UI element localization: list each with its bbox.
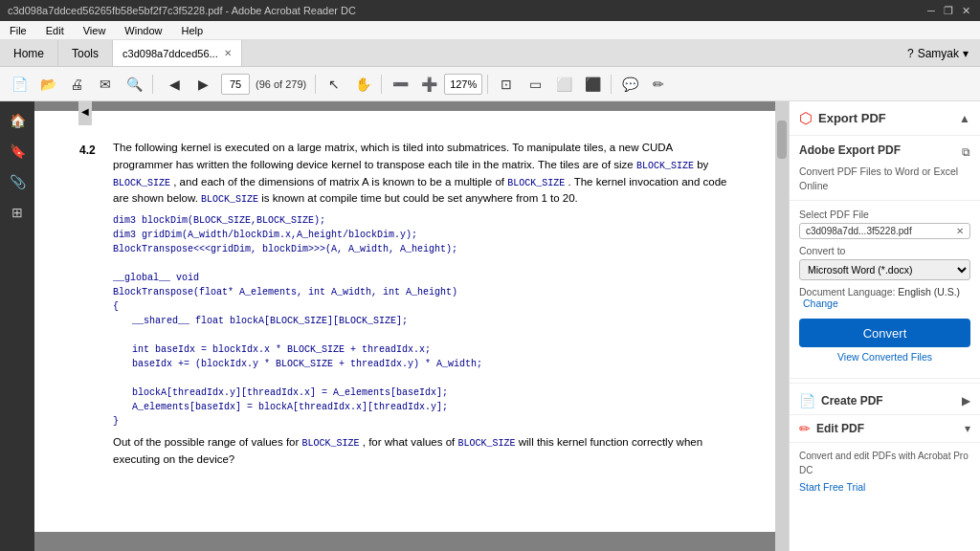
toolbar-cursor-btn[interactable]: ↖: [321, 71, 347, 98]
tab-doc-label: c3d098a7ddced56...: [122, 48, 218, 59]
toolbar: 📄 📂 🖨 ✉ 🔍 ◀ ▶ (96 of 279) ↖ ✋ ➖ ➕ ⊡ ▭ ⬜ …: [0, 67, 980, 101]
change-language-link[interactable]: Change: [803, 298, 838, 309]
title-bar-controls: ─ ❐ ✕: [924, 4, 972, 17]
sidebar-attachment-btn[interactable]: 📎: [4, 168, 31, 195]
sidebar-layers-btn[interactable]: ⊞: [4, 199, 31, 226]
toolbar-cont-btn[interactable]: ⬜: [550, 71, 577, 98]
code-line-5: __global__ void: [113, 271, 730, 285]
toolbar-hand-btn[interactable]: ✋: [349, 71, 376, 98]
create-pdf-row[interactable]: 📄 Create PDF ▶: [790, 387, 980, 415]
sidebar-bookmark-btn[interactable]: 🔖: [4, 138, 31, 165]
tab-document[interactable]: c3d098a7ddced56... ✕: [113, 40, 242, 66]
toolbar-search-btn[interactable]: 🔍: [121, 71, 147, 98]
toolbar-zoom-in-btn[interactable]: ➕: [415, 71, 442, 98]
file-remove-icon[interactable]: ✕: [956, 226, 964, 236]
code-line-11: baseIdx += (blockIdx.y * BLOCK_SIZE + th…: [113, 357, 730, 371]
code-line-3: BlockTranspose<<<gridDim, blockDim>>>(A,…: [113, 242, 730, 256]
edit-pdf-chevron-icon[interactable]: ▾: [965, 422, 970, 435]
edit-pdf-row[interactable]: ✏ Edit PDF ▾: [790, 415, 980, 443]
file-name-text: c3d098a7dd...3f5228.pdf: [806, 226, 912, 236]
bottom-cta: Convert and edit PDFs with Acrobat Pro D…: [790, 443, 980, 498]
code-blocksize-3: BLOCK_SIZE: [507, 178, 565, 188]
left-sidebar: 🏠 🔖 📎 ⊞: [0, 101, 34, 551]
edit-pdf-title: Edit PDF: [816, 422, 864, 435]
zoom-input[interactable]: [444, 74, 482, 95]
free-trial-link[interactable]: Start Free Trial: [799, 481, 970, 493]
code-line-7: {: [113, 299, 730, 314]
right-panel: ⬡ Export PDF ▲ Adobe Export PDF ⧉ Conver…: [789, 101, 980, 551]
edit-pdf-left: ✏ Edit PDF: [799, 421, 864, 436]
menu-edit[interactable]: Edit: [42, 24, 68, 37]
code-line-12: [113, 371, 730, 386]
code-blocksize-2: BLOCK_SIZE: [113, 178, 170, 188]
tab-close-icon[interactable]: ✕: [224, 48, 232, 58]
export-pdf-icon: ⬡: [799, 109, 813, 127]
view-converted-link[interactable]: View Converted Files: [799, 351, 970, 363]
page-number-input[interactable]: [221, 74, 250, 95]
adobe-export-section: Adobe Export PDF ⧉ Convert PDF Files to …: [790, 136, 980, 201]
code-line-9: [113, 328, 730, 342]
toolbar-nav: ◀ ▶: [161, 71, 216, 98]
toolbar-new-btn[interactable]: 📄: [6, 71, 33, 98]
menu-bar: File Edit View Window Help: [0, 21, 980, 40]
doc-language-value: English (U.S.): [898, 286, 960, 298]
toolbar-fit-btn[interactable]: ⊡: [493, 71, 520, 98]
code-blocksize-4: BLOCK_SIZE: [201, 194, 258, 205]
minimize-button[interactable]: ─: [924, 4, 938, 17]
toolbar-zoom-out-btn[interactable]: ➖: [387, 71, 413, 98]
bottom-cta-text: Convert and edit PDFs with Acrobat Pro D…: [799, 451, 969, 475]
copy-icon: ⧉: [962, 145, 970, 159]
sidebar-home-btn[interactable]: 🏠: [4, 107, 31, 134]
prob-para-1: The following kernel is executed on a la…: [113, 140, 730, 208]
toolbar-email-btn[interactable]: ✉: [92, 71, 119, 98]
toolbar-comment-btn[interactable]: 💬: [616, 71, 643, 98]
code-line-1: dim3 blockDim(BLOCK_SIZE,BLOCK_SIZE);: [113, 213, 730, 228]
menu-view[interactable]: View: [79, 24, 110, 37]
adobe-export-sub: Convert PDF Files to Word or Excel Onlin…: [799, 165, 958, 191]
toolbar-separator-3: [381, 75, 382, 94]
tab-tools[interactable]: Tools: [58, 40, 113, 66]
tab-bar: Home Tools c3d098a7ddced56... ✕ ? Samyak…: [0, 40, 980, 67]
toolbar-page-btn[interactable]: ▭: [522, 71, 548, 98]
convert-to-select[interactable]: Microsoft Word (*.docx): [799, 259, 970, 280]
toolbar-separator-1: [152, 75, 153, 94]
pdf-page: 4.2 The following kernel is executed on …: [34, 111, 775, 532]
create-pdf-title: Create PDF: [821, 394, 883, 408]
close-button[interactable]: ✕: [959, 4, 972, 17]
pdf-content-area: ◀ 4.2 The following kernel is executed o…: [34, 101, 775, 551]
toolbar-draw-btn[interactable]: ✏: [645, 71, 672, 98]
title-bar-text: c3d098a7ddced56265fb58e5bf2f7c3f5228.pdf…: [8, 5, 356, 16]
code-line-13: blockA[threadIdx.y][threadIdx.x] = A_ele…: [113, 386, 730, 400]
create-pdf-chevron-icon[interactable]: ▶: [962, 394, 970, 408]
toolbar-prev-btn[interactable]: ◀: [161, 71, 188, 98]
tab-user[interactable]: ? Samyak ▾: [896, 40, 980, 66]
menu-help[interactable]: Help: [177, 24, 207, 37]
convert-to-label: Convert to: [799, 245, 970, 256]
menu-window[interactable]: Window: [121, 24, 166, 37]
export-pdf-title: Export PDF: [818, 111, 886, 125]
toolbar-open-btn[interactable]: 📂: [34, 71, 61, 98]
code-line-2: dim3 gridDim(A_width/blockDim.x,A_height…: [113, 228, 730, 242]
edit-pdf-icon: ✏: [799, 421, 811, 436]
toolbar-separator-5: [611, 75, 612, 94]
toolbar-print-btn[interactable]: 🖨: [63, 71, 90, 98]
toolbar-spread-btn[interactable]: ⬛: [579, 71, 606, 98]
file-name-row: c3d098a7dd...3f5228.pdf ✕: [799, 223, 970, 239]
code-line-6: BlockTranspose(float* A_elements, int A_…: [113, 285, 730, 299]
adobe-export-title: Adobe Export PDF: [799, 143, 901, 157]
toolbar-next-btn[interactable]: ▶: [189, 71, 216, 98]
scrollbar[interactable]: [775, 101, 789, 551]
toolbar-separator-2: [315, 75, 316, 94]
code-line-10: int baseIdx = blockIdx.x * BLOCK_SIZE + …: [113, 342, 730, 357]
menu-file[interactable]: File: [6, 24, 31, 37]
panel-divider: [790, 383, 980, 384]
tab-home[interactable]: Home: [0, 40, 58, 66]
code-line-4: [113, 256, 730, 271]
export-pdf-chevron-icon[interactable]: ▲: [959, 112, 970, 125]
doc-language-label: Document Language: English (U.S.) Change: [799, 286, 970, 309]
convert-button[interactable]: Convert: [799, 319, 970, 347]
toolbar-separator-4: [487, 75, 488, 94]
left-panel-collapse-btn[interactable]: ◀: [78, 101, 92, 125]
scrollbar-thumb[interactable]: [777, 121, 787, 159]
maximize-button[interactable]: ❐: [942, 4, 955, 17]
